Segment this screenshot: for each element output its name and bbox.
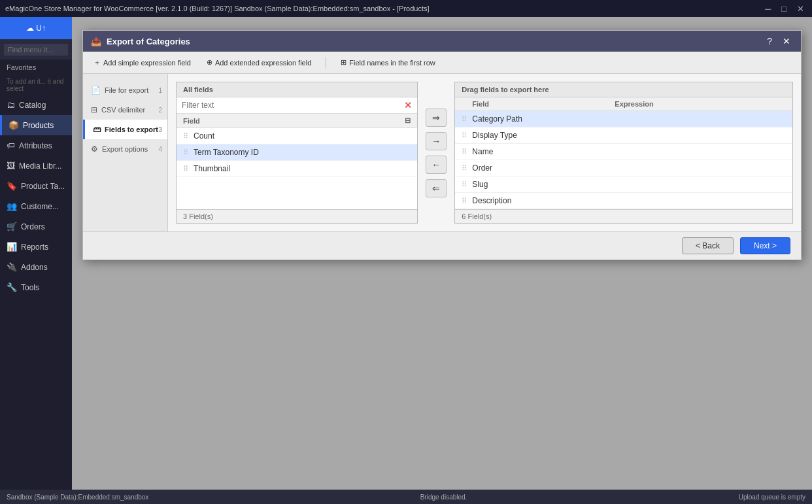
product-tags-icon: 🔖 — [7, 181, 17, 191]
right-field-row[interactable]: ⠿Order — [455, 160, 792, 176]
right-field-name: Description — [472, 196, 612, 205]
right-field-row[interactable]: ⠿Description — [455, 193, 792, 209]
step-label-csv: CSV delimiter — [101, 106, 145, 114]
sidebar-item-reports[interactable]: 📊Reports — [0, 237, 72, 257]
sidebar-label-attributes: Attributes — [19, 141, 52, 150]
products-icon: 📦 — [8, 120, 19, 130]
filter-clear-button[interactable]: ✕ — [404, 100, 412, 110]
right-drag-handle: ⠿ — [462, 115, 467, 124]
sidebar-label-orders: Orders — [21, 222, 45, 231]
sidebar-item-products[interactable]: 📦Products — [0, 115, 72, 135]
plus-icon: ＋ — [93, 58, 101, 67]
right-field-name: Order — [472, 163, 612, 173]
step-file[interactable]: 📄File for export1 — [83, 80, 167, 100]
sidebar-item-catalog[interactable]: 🗂Catalog — [0, 95, 72, 115]
step-icon-file: 📄 — [91, 86, 101, 95]
left-field-name: Thumbnail — [194, 164, 230, 173]
minimize-button[interactable]: ─ — [762, 4, 773, 14]
sidebar-search — [0, 39, 72, 59]
dialog-body: 📄File for export1⊟CSV delimiter2🗃Fields … — [83, 74, 801, 231]
sidebar-label-media: Media Libr... — [19, 161, 61, 171]
back-button[interactable]: < Back — [682, 237, 734, 254]
maximize-button[interactable]: □ — [779, 4, 789, 14]
left-field-row[interactable]: ⠿Count — [177, 128, 417, 144]
move-all-right-button[interactable]: ⇒ — [426, 109, 447, 127]
status-center: Bridge disabled. — [420, 494, 467, 501]
move-right-button[interactable]: → — [426, 132, 447, 150]
left-field-list: ⠿Count⠿Term Taxonomy ID⠿Thumbnail — [177, 128, 417, 209]
sidebar-item-customers[interactable]: 👥Custome... — [0, 196, 72, 216]
dialog-title-bar: 📤 Export of Categories ? ✕ — [83, 31, 801, 52]
sidebar-item-media[interactable]: 🖼Media Libr... — [0, 156, 72, 176]
dialog-help-button[interactable]: ? — [764, 36, 775, 46]
field-names-first-row-button[interactable]: ⊞ Field names in the first row — [337, 56, 439, 69]
next-button[interactable]: Next > — [740, 237, 790, 254]
right-drag-handle: ⠿ — [462, 197, 467, 205]
left-field-row[interactable]: ⠿Thumbnail — [177, 161, 417, 177]
right-field-list: ⠿Category Path⠿Display Type⠿Name⠿Order⠿S… — [455, 111, 792, 209]
filter-input[interactable] — [182, 101, 401, 110]
step-icon-options: ⚙ — [91, 144, 98, 154]
dialog-main: All fields ✕ Field ⊟ ⠿Count⠿Term Taxonom… — [168, 74, 801, 231]
search-input[interactable] — [4, 44, 68, 56]
move-left-button[interactable]: ← — [426, 156, 447, 174]
dialog-icon: 📤 — [91, 37, 101, 46]
sidebar-label-tools: Tools — [21, 283, 39, 292]
right-drag-handle: ⠿ — [462, 180, 467, 189]
step-num-options: 4 — [158, 146, 162, 153]
sidebar-label-addons: Addons — [21, 263, 48, 272]
sidebar: ☁ U↑ Favorites To add an it... it and se… — [0, 17, 72, 490]
addons-icon: 🔌 — [7, 262, 17, 272]
sidebar-item-orders[interactable]: 🛒Orders — [0, 216, 72, 237]
sidebar-item-product-tags[interactable]: 🔖Product Ta... — [0, 176, 72, 196]
move-all-left-button[interactable]: ⇐ — [426, 179, 447, 197]
all-fields-panel: All fields ✕ Field ⊟ ⠿Count⠿Term Taxonom… — [176, 82, 418, 224]
sort-icon: ⊟ — [398, 116, 411, 125]
close-button[interactable]: ✕ — [794, 4, 807, 14]
app-layout: ☁ U↑ Favorites To add an it... it and se… — [0, 17, 812, 490]
export-dialog: 📤 Export of Categories ? ✕ ＋ Add simple … — [82, 30, 802, 260]
content-area: 📤 Export of Categories ? ✕ ＋ Add simple … — [72, 17, 812, 490]
sidebar-label-product-tags: Product Ta... — [21, 182, 65, 191]
favorites-hint: To add an it... it and select — [0, 75, 72, 95]
sidebar-label-catalog: Catalog — [19, 101, 46, 110]
sidebar-item-addons[interactable]: 🔌Addons — [0, 257, 72, 277]
right-field-name: Category Path — [472, 114, 612, 124]
favorites-label: Favorites — [0, 59, 72, 75]
right-field-row[interactable]: ⠿Name — [455, 144, 792, 160]
step-icon-fields: 🗃 — [93, 125, 101, 134]
left-field-row[interactable]: ⠿Term Taxonomy ID — [177, 144, 417, 161]
step-options[interactable]: ⚙Export options4 — [83, 139, 167, 159]
dialog-title-left: 📤 Export of Categories — [91, 37, 190, 46]
field-list-header: Field ⊟ — [177, 114, 417, 128]
right-field-row[interactable]: ⠿Category Path — [455, 111, 792, 127]
upload-button[interactable]: ☁ U↑ — [0, 17, 72, 39]
right-field-row[interactable]: ⠿Display Type — [455, 127, 792, 144]
step-csv[interactable]: ⊟CSV delimiter2 — [83, 100, 167, 120]
step-fields[interactable]: 🗃Fields to export3 — [83, 120, 167, 139]
left-panel-footer: 3 Field(s) — [177, 209, 417, 223]
right-field-name: Name — [472, 147, 612, 156]
right-panel-header: Field Expression — [455, 97, 792, 111]
all-fields-header: All fields — [177, 82, 417, 97]
upload-icon: ☁ U↑ — [26, 24, 46, 33]
sidebar-item-attributes[interactable]: 🏷Attributes — [0, 135, 72, 156]
dialog-overlay: 📤 Export of Categories ? ✕ ＋ Add simple … — [72, 17, 812, 490]
dialog-close-button[interactable]: ✕ — [780, 36, 793, 46]
drag-handle: ⠿ — [183, 148, 188, 157]
media-icon: 🖼 — [7, 161, 15, 171]
dialog-footer: < Back Next > — [83, 231, 801, 260]
add-simple-expression-button[interactable]: ＋ Add simple expression field — [90, 56, 195, 69]
add-extended-expression-button[interactable]: ⊕ Add extended expression field — [203, 56, 315, 69]
step-label-file: File for export — [105, 86, 148, 94]
field-column-header: Field — [183, 117, 398, 125]
expression-header: Expression — [615, 100, 786, 108]
export-fields-panel: Drag fields to export here Field Express… — [454, 82, 793, 224]
sidebar-item-tools[interactable]: 🔧Tools — [0, 277, 72, 297]
right-field-row[interactable]: ⠿Slug — [455, 176, 792, 193]
app-title: eMagicOne Store Manager for WooCommerce … — [5, 5, 430, 12]
step-num-csv: 2 — [158, 107, 162, 114]
status-right: Upload queue is empty — [739, 494, 805, 501]
right-field-name: Display Type — [472, 131, 612, 140]
drag-fields-header: Drag fields to export here — [455, 82, 792, 97]
